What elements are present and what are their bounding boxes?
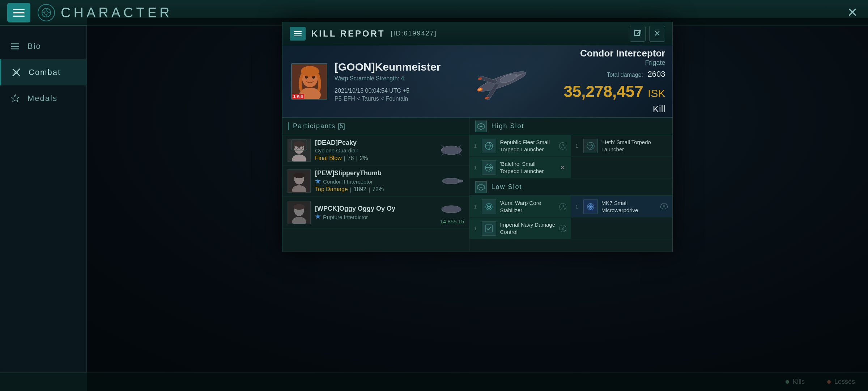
header-bar [288,122,289,130]
ship-type-class: Frigate [563,59,665,67]
isk-value: 35,278,457 [563,83,643,100]
low-slot-num-3: 1 [474,226,478,231]
victim-info: [GOON]Keunmeister Warp Scramble Strength… [335,61,441,102]
sidebar-item-bio[interactable]: Bio [0,33,86,59]
svg-point-59 [562,205,563,207]
top-damage-label: Top Damage [315,186,348,193]
bio-icon [9,40,22,53]
isk-label: ISK [648,87,665,99]
svg-point-51 [562,144,563,146]
participant-ship-2: Condor II Interceptor [323,178,373,185]
participant-ship-3: Rupture Interdictor [323,214,368,220]
low-slot-icon-1 [482,199,496,214]
low-slot-item-3[interactable]: 1 Imperial Navy Damage Control [469,218,571,239]
slot-person-icon-1 [559,142,566,150]
svg-point-39 [294,173,305,178]
participants-header: Participants [5] [282,118,469,135]
participant-value-amount: 14,855.15 [439,218,464,224]
participant-row[interactable]: [DEAD]Peaky Cyclone Guardian Final Blow … [282,135,469,166]
high-slot-title: High Slot [491,122,524,130]
high-slot-header: High Slot [469,118,672,135]
high-slot-item-1[interactable]: 1 Republic Fleet Small Torpedo Launcher [469,135,571,157]
modal-menu-button[interactable] [290,27,306,41]
modal-id: [ID:6199427] [391,30,437,37]
low-slot-header: Low Slot [469,178,672,196]
kill-type: Kill [563,104,665,115]
ship-type-name: Condor Interceptor [563,48,665,59]
participant-row[interactable]: [WPCK]Oggy Oggy Oy Oy Rupture Interdicto… [282,197,469,228]
participant-stat1-2: 1892 [354,186,367,193]
slot-num-1: 1 [474,143,478,149]
svg-point-45 [294,204,305,210]
low-slot-name-3: Imperial Navy Damage Control [500,221,555,235]
low-slot-title: Low Slot [491,183,522,191]
final-blow-label: Final Blow [315,155,342,161]
victim-avatar-container: 1 Kill [291,63,327,100]
title-icon [38,4,55,21]
low-slot-num-2: 1 [575,204,580,210]
participant-name-1: [DEAD]Peaky [315,139,434,147]
participant-stat1-1: 78 [348,155,354,161]
victim-warp-strength: Warp Scramble Strength: 4 [335,75,441,82]
kill-location: P5-EFH < Taurus < Fountain [335,96,441,102]
participant-value-3: 14,855.15 [439,200,464,224]
sidebar-medals-label: Medals [27,94,58,103]
participant-badge-2: Top Damage | 1892 | 72% [315,186,434,193]
modal-actions: ✕ [630,26,665,42]
participant-avatar-1 [288,139,311,162]
participant-ship-img-2 [439,172,464,190]
svg-rect-63 [485,225,493,232]
svg-point-46 [442,206,461,213]
sidebar-item-medals[interactable]: Medals [0,85,86,112]
medals-icon [9,92,22,105]
participant-name-2: [PEW]SlipperyThumb [315,169,434,177]
low-slot-item-2[interactable]: 1 MK7 Small Microwarpdrive [571,196,672,218]
participants-title: Participants [293,122,336,130]
participant-badge-1: Final Blow | 78 | 2% [315,155,434,161]
low-slot-num-1: 1 [474,204,478,210]
alliance-star-icon [315,178,321,184]
svg-point-1 [44,11,48,14]
slot-num-2: 1 [575,143,580,149]
svg-point-34 [294,141,305,147]
modal-close-button[interactable]: ✕ [649,26,665,42]
high-slots-grid: 1 Republic Fleet Small Torpedo Launcher [469,135,672,178]
svg-marker-12 [11,94,19,102]
kill-report-modal: KILL REPORT [ID:6199427] ✕ [282,22,673,252]
main-menu-button[interactable] [7,3,30,22]
participant-info-1: [DEAD]Peaky Cyclone Guardian Final Blow … [315,139,434,161]
high-slot-item-4 [571,157,672,178]
participant-avatar-2 [288,169,311,193]
sidebar-item-combat[interactable]: Combat [0,59,86,85]
low-slot-item-4 [571,218,672,239]
modal-external-button[interactable] [630,26,646,42]
participant-info-3: [WPCK]Oggy Oggy Oy Oy Rupture Interdicto… [315,205,434,220]
sidebar-bio-label: Bio [27,42,41,51]
slots-panel: High Slot 1 Republi [469,118,672,252]
modal-close-icon: ✕ [654,29,660,38]
low-slot-item-1[interactable]: 1 'Aura' Warp Core Stabilizer [469,196,571,218]
high-slot-item-3[interactable]: 1 'Balefire' Small Torpedo Launcher ✕ [469,157,571,178]
sidebar-combat-label: Combat [29,68,61,77]
participants-count: [5] [338,122,345,130]
low-slots-grid: 1 'Aura' Warp Core Stabilizer [469,196,672,239]
slot-icon-2 [583,139,598,153]
svg-point-41 [458,180,463,182]
low-slot-icon-3 [482,221,496,236]
slot-name-2: 'Heth' Small Torpedo Launcher [601,139,668,153]
participant-stat2-1: 2% [359,155,368,161]
participant-name-3: [WPCK]Oggy Oggy Oy Oy [315,205,434,213]
participant-avatar-3 [288,201,311,224]
victim-name: [GOON]Keunmeister [335,61,441,73]
total-damage-value: 2603 [647,70,665,79]
low-slot-person-1 [559,203,566,210]
kill-time: 2021/10/13 00:04:54 UTC +5 [335,88,441,94]
participant-row[interactable]: [PEW]SlipperyThumb Condor II Interceptor… [282,166,469,197]
slot-num-3: 1 [474,165,478,171]
slot-icon-1 [482,139,496,153]
high-slot-item-2[interactable]: 1 'Heth' Small Torpedo Launcher [571,135,672,157]
participant-ship-img-1 [439,141,464,159]
low-slot-person-2 [660,203,668,210]
slot-icon-3 [482,160,496,175]
modal-header: KILL REPORT [ID:6199427] ✕ [282,22,672,45]
